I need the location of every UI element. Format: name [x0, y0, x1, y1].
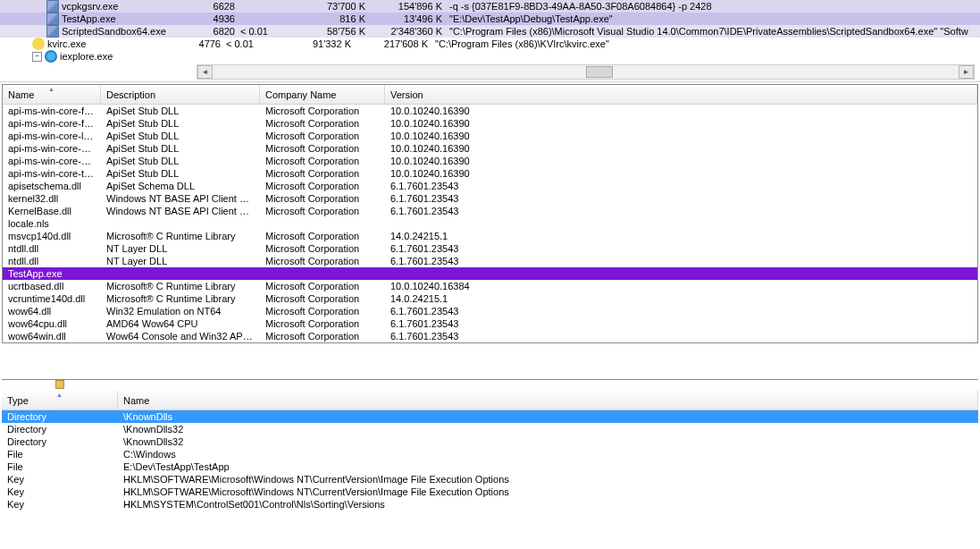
dll-version: 6.1.7601.23543	[385, 306, 564, 317]
dll-row[interactable]: kernel32.dllWindows NT BASE API Client D…	[3, 192, 977, 205]
dll-description: Win32 Emulation on NT64	[101, 306, 260, 317]
dll-description: ApiSet Schema DLL	[101, 181, 260, 191]
column-header-hname[interactable]: Name	[118, 391, 978, 410]
process-icon	[45, 50, 57, 63]
dll-name: wow64win.dll	[3, 331, 101, 342]
column-header-name[interactable]: ▲ Name	[3, 85, 101, 104]
handle-type: Key	[2, 474, 118, 485]
process-row[interactable]: kvirc.exe4776< 0.0191'332 K217'608 K"C:\…	[0, 38, 980, 50]
horizontal-scrollbar[interactable]: ◄ ►	[197, 64, 975, 80]
dll-row[interactable]: KernelBase.dllWindows NT BASE API Client…	[3, 205, 977, 217]
dll-description: ApiSet Stub DLL	[101, 106, 260, 116]
dll-version: 10.0.10240.16390	[385, 131, 564, 141]
dll-row[interactable]: ntdll.dllNT Layer DLLMicrosoft Corporati…	[3, 242, 977, 255]
dll-description: ApiSet Stub DLL	[101, 143, 260, 154]
process-row[interactable]: −iexplore.exe	[0, 50, 980, 63]
dll-description: AMD64 Wow64 CPU	[101, 318, 260, 329]
handle-type: File	[2, 461, 118, 472]
dll-version: 6.1.7601.23543	[385, 331, 564, 342]
process-name: TestApp.exe	[62, 13, 196, 24]
column-header-type[interactable]: ▲ Type	[2, 391, 118, 410]
dll-version: 10.0.10240.16384	[385, 281, 564, 291]
dll-company: Microsoft Corporation	[260, 318, 385, 329]
scroll-left-button[interactable]: ◄	[197, 65, 213, 79]
dll-row[interactable]: locale.nls	[3, 217, 977, 230]
column-header-company[interactable]: Company Name	[260, 85, 385, 104]
dll-company: Microsoft Corporation	[260, 306, 385, 317]
handle-row[interactable]: KeyHKLM\SOFTWARE\Microsoft\Windows NT\Cu…	[2, 473, 978, 486]
handle-row[interactable]: Directory\KnownDlls32	[2, 423, 978, 435]
process-private-bytes: 91'332 K	[271, 38, 360, 49]
dll-name: api-ms-win-core-loc...	[3, 131, 101, 141]
dll-company: Microsoft Corporation	[260, 131, 385, 141]
process-icon	[46, 25, 59, 38]
dll-description: Microsoft® C Runtime Library	[101, 293, 260, 304]
dll-row[interactable]: vcruntime140d.dllMicrosoft® C Runtime Li…	[3, 292, 977, 305]
dll-version: 6.1.7601.23543	[385, 206, 564, 216]
dll-row[interactable]: msvcp140d.dllMicrosoft® C Runtime Librar…	[3, 230, 977, 242]
dll-description: NT Layer DLL	[101, 256, 260, 266]
dll-row[interactable]: wow64cpu.dllAMD64 Wow64 CPUMicrosoft Cor…	[3, 317, 977, 330]
handle-type: Key	[2, 499, 118, 510]
handle-type: Key	[2, 486, 118, 497]
dll-name: api-ms-win-core-file-l...	[3, 118, 101, 129]
dll-row[interactable]: api-ms-win-core-pro...ApiSet Stub DLLMic…	[3, 142, 977, 155]
dll-row[interactable]: api-ms-win-core-time...ApiSet Stub DLLMi…	[3, 167, 977, 180]
handle-row[interactable]: FileE:\Dev\TestApp\TestApp	[2, 460, 978, 473]
handle-name: HKLM\SOFTWARE\Microsoft\Windows NT\Curre…	[118, 486, 978, 497]
dll-row[interactable]: ucrtbased.dllMicrosoft® C Runtime Librar…	[3, 280, 977, 292]
dll-name: api-ms-win-core-file-l...	[3, 106, 101, 116]
process-icon	[46, 0, 59, 13]
dll-description: Windows NT BASE API Client DLL	[101, 206, 260, 216]
handles-list-body[interactable]: Directory\KnownDllsDirectory\KnownDlls32…	[2, 410, 978, 511]
dll-version: 6.1.7601.23543	[385, 318, 564, 329]
process-private-bytes: 816 K	[285, 13, 374, 24]
dll-row[interactable]: api-ms-win-core-syn...ApiSet Stub DLLMic…	[3, 155, 977, 167]
handles-list-header[interactable]: ▲ Type Name	[2, 391, 978, 410]
process-name: ScriptedSandbox64.exe	[62, 26, 196, 37]
process-private-bytes: 73'700 K	[285, 1, 374, 12]
dll-name: ucrtbased.dll	[3, 281, 101, 291]
process-row[interactable]: TestApp.exe4936816 K13'496 K"E:\Dev\Test…	[0, 13, 980, 25]
dll-list-body[interactable]: api-ms-win-core-file-l...ApiSet Stub DLL…	[3, 105, 977, 342]
dll-company: Microsoft Corporation	[260, 118, 385, 129]
handle-row[interactable]: KeyHKLM\SYSTEM\ControlSet001\Control\Nls…	[2, 498, 978, 511]
scroll-right-button[interactable]: ►	[959, 65, 974, 79]
dll-row[interactable]: wow64.dllWin32 Emulation on NT64Microsof…	[3, 305, 977, 317]
process-row[interactable]: vcpkgsrv.exe662873'700 K154'896 K-q -s {…	[0, 0, 980, 13]
dll-row[interactable]: apisetschema.dllApiSet Schema DLLMicroso…	[3, 180, 977, 192]
dll-row[interactable]: api-ms-win-core-file-l...ApiSet Stub DLL…	[3, 117, 977, 130]
dll-list-header[interactable]: ▲ Name Description Company Name Version	[3, 85, 977, 105]
handle-name: \KnownDlls	[118, 411, 978, 422]
scroll-thumb[interactable]	[586, 66, 613, 78]
handle-row[interactable]: FileC:\Windows	[2, 448, 978, 460]
dll-company: Microsoft Corporation	[260, 156, 385, 166]
handle-row[interactable]: KeyHKLM\SOFTWARE\Microsoft\Windows NT\Cu…	[2, 486, 978, 498]
dll-row[interactable]: api-ms-win-core-file-l...ApiSet Stub DLL…	[3, 105, 977, 117]
handle-name: \KnownDlls32	[118, 424, 978, 435]
process-row[interactable]: ScriptedSandbox64.exe6820< 0.0158'756 K2…	[0, 25, 980, 38]
process-icon	[32, 38, 45, 50]
dll-description: NT Layer DLL	[101, 243, 260, 254]
dll-list-panel[interactable]: ▲ Name Description Company Name Version …	[2, 84, 978, 343]
column-header-description[interactable]: Description	[101, 85, 260, 104]
dll-description: Wow64 Console and Win32 API L...	[101, 331, 260, 342]
handle-row[interactable]: Directory\KnownDlls32	[2, 435, 978, 448]
handle-type: Directory	[2, 411, 118, 422]
handle-row[interactable]: Directory\KnownDlls	[2, 410, 978, 423]
dll-row[interactable]: ntdll.dllNT Layer DLLMicrosoft Corporati…	[3, 255, 977, 267]
dll-description: ApiSet Stub DLL	[101, 131, 260, 141]
dll-row[interactable]: wow64win.dllWow64 Console and Win32 API …	[3, 330, 977, 342]
dll-row[interactable]: api-ms-win-core-loc...ApiSet Stub DLLMic…	[3, 130, 977, 142]
dll-name: ntdll.dll	[3, 243, 101, 254]
handle-name: \KnownDlls32	[118, 436, 978, 447]
process-command-line: "C:\Program Files (x86)\KVIrc\kvirc.exe"	[431, 38, 980, 49]
process-tree-panel[interactable]: vcpkgsrv.exe662873'700 K154'896 K-q -s {…	[0, 0, 980, 82]
tree-expand-button[interactable]: −	[32, 52, 42, 62]
dll-company: Microsoft Corporation	[260, 143, 385, 154]
dll-name: wow64.dll	[3, 306, 101, 317]
dll-row[interactable]: TestApp.exe	[3, 267, 977, 280]
dll-name: ntdll.dll	[3, 256, 101, 266]
column-header-version[interactable]: Version	[385, 85, 977, 104]
handles-panel[interactable]: ▲ Type Name Directory\KnownDllsDirectory…	[2, 379, 978, 511]
